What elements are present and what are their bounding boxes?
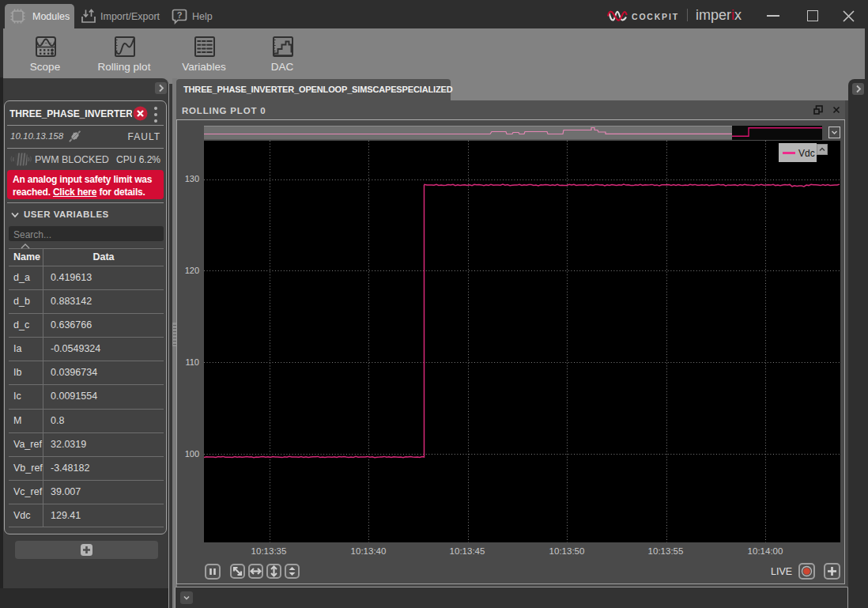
svg-text:?: ?	[177, 10, 183, 20]
